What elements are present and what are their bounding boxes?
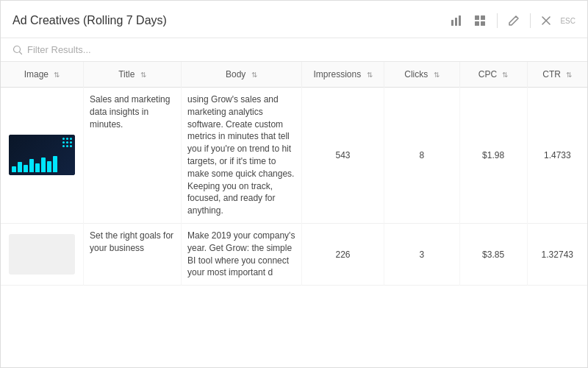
- page-title: Ad Creatives (Rolling 7 Days): [12, 14, 167, 27]
- cell-clicks-1: 8: [384, 88, 459, 224]
- svg-rect-0: [451, 20, 453, 26]
- dot-grid: [62, 138, 72, 147]
- table-row: Sales and marketing data insights in min…: [1, 88, 587, 224]
- cell-image-2: [1, 223, 84, 285]
- edit-button[interactable]: [505, 12, 523, 29]
- sort-icon-body: ⇅: [251, 71, 257, 79]
- col-header-impressions[interactable]: Impressions ⇅: [301, 62, 384, 88]
- sort-icon-ctr: ⇅: [566, 71, 572, 79]
- title-text-1: Sales and marketing data insights in min…: [90, 93, 175, 130]
- svg-rect-5: [475, 21, 479, 26]
- edit-icon: [508, 15, 520, 26]
- titlebar: Ad Creatives (Rolling 7 Days): [1, 1, 587, 38]
- body-text-2: Make 2019 your company's year. Get Grow:…: [187, 230, 295, 279]
- col-header-title[interactable]: Title ⇅: [84, 62, 182, 88]
- svg-rect-6: [481, 21, 485, 26]
- table-header-row: Image ⇅ Title ⇅ Body ⇅ Impressions ⇅: [1, 62, 587, 88]
- svg-rect-1: [455, 18, 457, 26]
- sort-icon-image: ⇅: [54, 71, 60, 79]
- col-header-cpc[interactable]: CPC ⇅: [459, 62, 527, 88]
- svg-rect-3: [475, 15, 479, 20]
- col-header-ctr[interactable]: CTR ⇅: [527, 62, 587, 88]
- bar-chart-view-button[interactable]: [447, 11, 466, 30]
- svg-rect-4: [481, 15, 485, 20]
- cell-impressions-1: 543: [301, 88, 384, 224]
- cell-ctr-2: 1.32743: [527, 223, 587, 285]
- divider: [497, 13, 498, 28]
- sort-icon-impressions: ⇅: [367, 71, 373, 79]
- ad-creatives-table: Image ⇅ Title ⇅ Body ⇅ Impressions ⇅: [1, 62, 587, 286]
- grid-view-button[interactable]: [470, 11, 490, 30]
- filter-input[interactable]: [27, 44, 174, 55]
- bar-chart-icon: [450, 14, 463, 27]
- divider-2: [530, 13, 531, 28]
- title-text-2: Set the right goals for your business: [90, 230, 175, 255]
- cell-impressions-2: 226: [301, 223, 384, 285]
- cell-title-1: Sales and marketing data insights in min…: [84, 88, 182, 224]
- close-button[interactable]: [538, 13, 554, 29]
- col-header-body[interactable]: Body ⇅: [182, 62, 302, 88]
- ad-thumbnail-1: [9, 135, 75, 175]
- ad-thumbnail-2: [9, 234, 75, 275]
- cell-ctr-1: 1.4733: [527, 88, 587, 224]
- cell-cpc-1: $1.98: [459, 88, 527, 224]
- mini-chart: [12, 156, 72, 172]
- table-row: Set the right goals for your business Ma…: [1, 223, 587, 285]
- cell-cpc-2: $3.85: [459, 223, 527, 285]
- cell-body-2: Make 2019 your company's year. Get Grow:…: [182, 223, 302, 285]
- cell-title-2: Set the right goals for your business: [84, 223, 182, 285]
- filter-bar: [1, 38, 587, 62]
- grid-icon: [473, 14, 487, 27]
- search-icon: [12, 45, 23, 55]
- sort-icon-cpc: ⇅: [502, 71, 508, 79]
- col-header-image[interactable]: Image ⇅: [1, 62, 84, 88]
- filter-input-wrap: [12, 44, 576, 55]
- cell-clicks-2: 3: [384, 223, 459, 285]
- col-header-clicks[interactable]: Clicks ⇅: [384, 62, 459, 88]
- cell-image-1: [1, 88, 84, 224]
- titlebar-actions: ESC: [447, 11, 576, 30]
- svg-rect-2: [459, 15, 461, 26]
- sort-icon-clicks: ⇅: [434, 71, 440, 79]
- sort-icon-title: ⇅: [140, 71, 146, 79]
- esc-label: ESC: [560, 17, 576, 25]
- table-container[interactable]: Image ⇅ Title ⇅ Body ⇅ Impressions ⇅: [1, 62, 587, 367]
- close-icon: [541, 15, 551, 26]
- cell-body-1: using Grow's sales and marketing analyti…: [182, 88, 302, 224]
- main-window: Ad Creatives (Rolling 7 Days): [0, 0, 588, 368]
- body-text-1: using Grow's sales and marketing analyti…: [187, 93, 295, 217]
